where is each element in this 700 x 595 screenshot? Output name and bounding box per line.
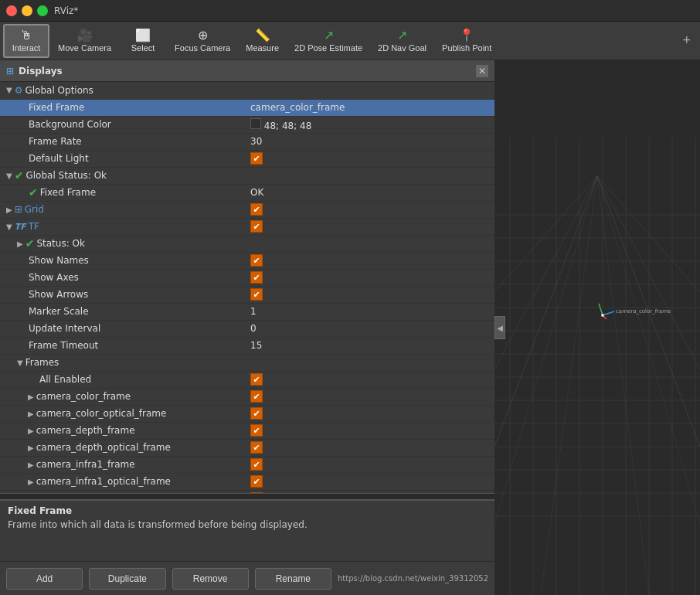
panel-header: ⊞ Displays ✕ bbox=[0, 60, 494, 82]
collapse-arrow-icon[interactable]: ▶ bbox=[28, 461, 34, 469]
move-camera-button[interactable]: 🎥 Move Camera bbox=[51, 24, 118, 58]
row-value: 15 bbox=[247, 337, 494, 354]
checkbox[interactable]: ✔ bbox=[250, 220, 263, 233]
collapse-arrow-icon[interactable]: ▶ bbox=[28, 410, 34, 418]
expand-arrow-icon[interactable]: ▼ bbox=[6, 172, 12, 180]
table-row[interactable]: Fixed Frame camera_color_frame bbox=[0, 99, 494, 116]
close-button[interactable] bbox=[6, 5, 17, 16]
add-button[interactable]: Add bbox=[6, 568, 83, 590]
row-name: camera_color_optical_frame bbox=[36, 408, 167, 419]
checkbox[interactable]: ✔ bbox=[250, 390, 263, 403]
check-icon: ✔ bbox=[15, 169, 24, 182]
row-name: Frame Rate bbox=[29, 136, 82, 147]
2d-pose-button[interactable]: ↗ 2D Pose Estimate bbox=[287, 24, 369, 58]
collapse-tab[interactable]: ◀ bbox=[494, 316, 505, 339]
select-icon: ⬜ bbox=[135, 29, 151, 42]
row-value: ✔ bbox=[247, 150, 494, 167]
check-icon: ✔ bbox=[25, 237, 35, 250]
table-row[interactable]: Default Light ✔ bbox=[0, 150, 494, 167]
row-value bbox=[247, 167, 494, 184]
measure-icon: 📏 bbox=[255, 29, 270, 42]
row-value: 1 bbox=[247, 303, 494, 320]
collapse-arrow-icon[interactable]: ▶ bbox=[28, 393, 34, 401]
row-value bbox=[247, 235, 494, 252]
publish-point-button[interactable]: 📍 Publish Point bbox=[435, 24, 498, 58]
duplicate-button[interactable]: Duplicate bbox=[89, 568, 165, 590]
viewport[interactable]: camera_color_frame ◀ bbox=[494, 60, 700, 595]
checkbox[interactable]: ✔ bbox=[250, 152, 263, 165]
checkbox[interactable]: ✔ bbox=[250, 373, 263, 386]
row-name: Frame Timeout bbox=[29, 340, 98, 351]
table-row[interactable]: Show Arrows ✔ bbox=[0, 286, 494, 303]
collapse-arrow-icon[interactable]: ▶ bbox=[28, 444, 34, 452]
row-value: ✔ bbox=[247, 269, 494, 286]
table-row[interactable]: ▶ camera_depth_optical_frame ✔ bbox=[0, 439, 494, 456]
table-row[interactable]: ✔ Fixed Frame OK bbox=[0, 184, 494, 201]
2d-nav-button[interactable]: ↗ 2D Nav Goal bbox=[371, 24, 433, 58]
interact-icon: 🖱 bbox=[20, 29, 32, 42]
select-button[interactable]: ⬜ Select bbox=[120, 24, 166, 58]
remove-button[interactable]: Remove bbox=[172, 568, 249, 590]
checkbox[interactable]: ✔ bbox=[250, 458, 263, 471]
table-row[interactable]: ▶ camera_infra1_optical_frame ✔ bbox=[0, 473, 494, 490]
table-row[interactable]: ▼ ✔ Global Status: Ok bbox=[0, 167, 494, 184]
checkbox[interactable]: ✔ bbox=[250, 203, 263, 216]
row-value: ✔ bbox=[247, 439, 494, 456]
table-row[interactable]: ▼ TF TF ✔ bbox=[0, 218, 494, 235]
collapse-arrow-icon[interactable]: ▶ bbox=[17, 240, 23, 248]
svg-text:camera_color_frame: camera_color_frame bbox=[616, 308, 671, 314]
table-row[interactable]: ▶ camera_color_frame ✔ bbox=[0, 388, 494, 405]
checkbox[interactable]: ✔ bbox=[250, 424, 263, 437]
checkbox[interactable]: ✔ bbox=[250, 288, 263, 301]
interact-button[interactable]: 🖱 Interact bbox=[3, 24, 49, 58]
table-row[interactable]: ▼ ⚙ Global Options bbox=[0, 82, 494, 99]
displays-title: Displays bbox=[19, 66, 63, 76]
table-row[interactable]: ▶ camera_depth_frame ✔ bbox=[0, 422, 494, 439]
table-row[interactable]: ▶ camera_color_optical_frame ✔ bbox=[0, 405, 494, 422]
left-panel: ⊞ Displays ✕ ▼ ⚙ Global Options bbox=[0, 60, 494, 595]
table-row[interactable]: All Enabled ✔ bbox=[0, 371, 494, 388]
checkbox[interactable]: ✔ bbox=[250, 254, 263, 267]
collapse-arrow-icon[interactable]: ▶ bbox=[28, 478, 34, 486]
2d-nav-label: 2D Nav Goal bbox=[378, 43, 426, 53]
measure-button[interactable]: 📏 Measure bbox=[239, 24, 286, 58]
table-row[interactable]: Background Color 48; 48; 48 bbox=[0, 116, 494, 133]
checkbox[interactable]: ✔ bbox=[250, 475, 263, 488]
table-row[interactable]: Marker Scale 1 bbox=[0, 303, 494, 320]
table-row[interactable]: Frame Rate 30 bbox=[0, 133, 494, 150]
table-row[interactable]: ▶ ✔ Status: Ok bbox=[0, 235, 494, 252]
table-row[interactable]: Update Interval 0 bbox=[0, 320, 494, 337]
expand-arrow-icon[interactable]: ▼ bbox=[6, 223, 12, 231]
minimize-button[interactable] bbox=[22, 5, 32, 16]
checkbox[interactable]: ✔ bbox=[250, 407, 263, 420]
row-name: camera_infra1_frame bbox=[36, 459, 135, 470]
maximize-button[interactable] bbox=[37, 5, 48, 16]
publish-point-icon: 📍 bbox=[459, 29, 474, 42]
color-swatch[interactable] bbox=[250, 118, 261, 129]
tree-container[interactable]: ▼ ⚙ Global Options Fixed Frame camera_co… bbox=[0, 82, 494, 493]
checkbox[interactable]: ✔ bbox=[250, 441, 263, 454]
table-row[interactable]: Frame Timeout 15 bbox=[0, 337, 494, 354]
row-name: Show Names bbox=[29, 255, 89, 266]
rename-button[interactable]: Rename bbox=[255, 568, 331, 590]
expand-arrow-icon[interactable]: ▼ bbox=[6, 86, 12, 94]
table-row[interactable]: Show Axes ✔ bbox=[0, 269, 494, 286]
row-value: ✔ bbox=[247, 405, 494, 422]
expand-arrow-icon[interactable]: ▼ bbox=[17, 359, 23, 367]
row-value: ✔ bbox=[247, 371, 494, 388]
collapse-arrow-icon[interactable]: ▶ bbox=[28, 427, 34, 435]
horizontal-scrollbar[interactable] bbox=[0, 493, 494, 499]
add-tool-button[interactable]: + bbox=[676, 29, 697, 52]
row-value: ✔ bbox=[247, 422, 494, 439]
panel-close-button[interactable]: ✕ bbox=[476, 65, 488, 77]
row-name: camera_depth_optical_frame bbox=[36, 442, 171, 453]
table-row[interactable]: ▶ ⊞ Grid ✔ bbox=[0, 201, 494, 218]
collapse-arrow-icon[interactable]: ▶ bbox=[6, 206, 12, 214]
check-icon: ✔ bbox=[29, 186, 38, 199]
table-row[interactable]: Show Names ✔ bbox=[0, 252, 494, 269]
table-row[interactable]: ▶ camera_infra1_frame ✔ bbox=[0, 456, 494, 473]
focus-camera-button[interactable]: ⊕ Focus Camera bbox=[168, 24, 237, 58]
table-row[interactable]: ▼ Frames bbox=[0, 354, 494, 371]
panel-header-left: ⊞ Displays bbox=[6, 66, 63, 76]
checkbox[interactable]: ✔ bbox=[250, 271, 263, 284]
